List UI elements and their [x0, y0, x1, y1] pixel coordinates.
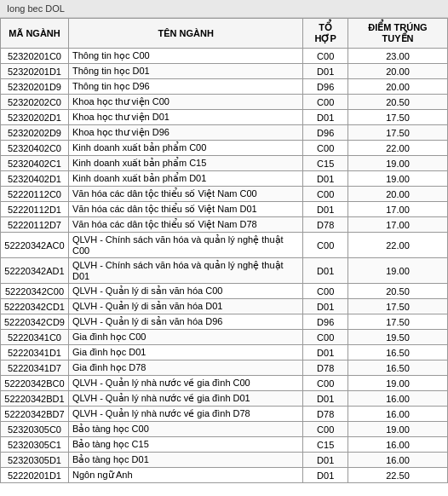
header-bar: Iong bec DOL [0, 0, 448, 18]
cell-17-2: C00 [303, 330, 348, 345]
col-header-ten-nganh: TÊN NGÀNH [68, 19, 302, 49]
cell-6-0: 52320402C0 [1, 141, 69, 156]
cell-19-1: Gia đình học D78 [68, 360, 302, 376]
cell-17-3: 19.50 [348, 330, 448, 345]
cell-17-1: Gia đình học C00 [68, 330, 302, 345]
cell-11-1: Văn hóa các dân tộc thiểu số Việt Nam D7… [68, 217, 302, 233]
cell-26-3: 22.50 [348, 468, 448, 483]
table-row: 52220341D7Gia đình học D78D7816.50 [1, 360, 448, 376]
cell-14-3: 20.50 [348, 284, 448, 299]
cell-0-1: Thông tin học C00 [68, 49, 302, 64]
table-row: 52220342BD1QLVH - Quản lý nhà nước về gi… [1, 391, 448, 407]
cell-14-0: 52220342C00 [1, 284, 69, 299]
cell-10-1: Văn hóa các dân tộc thiểu số Việt Nam D0… [68, 202, 302, 217]
cell-7-2: C15 [303, 156, 348, 171]
table-row: 52320202D9Khoa học thư viện D96D9617.50 [1, 125, 448, 141]
cell-18-0: 52220341D1 [1, 345, 69, 360]
table-row: 52220112D1Văn hóa các dân tộc thiểu số V… [1, 202, 448, 217]
cell-18-2: D01 [303, 345, 348, 360]
cell-20-0: 52220342BC0 [1, 376, 69, 391]
cell-15-0: 52220342CD1 [1, 299, 69, 314]
cell-6-3: 22.00 [348, 141, 448, 156]
cell-23-0: 52320305C0 [1, 422, 69, 437]
table-row: 52220342AD1QLVH - Chính sách văn hóa và … [1, 258, 448, 284]
cell-7-3: 19.00 [348, 156, 448, 171]
table-row: 52320201C0Thông tin học C00C0023.00 [1, 49, 448, 64]
table-row: 52220201D1Ngôn ngữ AnhD0122.50 [1, 468, 448, 483]
cell-16-1: QLVH - Quản lý di sản văn hóa D96 [68, 314, 302, 330]
cell-26-2: D01 [303, 468, 348, 483]
cell-3-1: Khoa học thư viện C00 [68, 95, 302, 110]
table-row: 52320201D1Thông tin học D01D0120.00 [1, 64, 448, 79]
cell-2-1: Thông tin học D96 [68, 79, 302, 95]
table-row: 52220342C00QLVH - Quản lý di sản văn hóa… [1, 284, 448, 299]
cell-6-2: C00 [303, 141, 348, 156]
cell-22-0: 52220342BD7 [1, 407, 69, 422]
cell-9-1: Văn hóa các dân tộc thiểu số Việt Nam C0… [68, 187, 302, 202]
cell-9-2: C00 [303, 187, 348, 202]
cell-26-0: 52220201D1 [1, 468, 69, 483]
cell-19-3: 16.50 [348, 360, 448, 376]
cell-16-3: 17.50 [348, 314, 448, 330]
col-header-diem: ĐIỂM TRÚNG TUYỂN [348, 19, 448, 49]
table-row: 52320305C0Bảo tàng học C00C0019.00 [1, 422, 448, 437]
col-header-ma-nganh: MÃ NGÀNH [1, 19, 69, 49]
cell-25-1: Bảo tàng học D01 [68, 453, 302, 468]
cell-20-3: 19.00 [348, 376, 448, 391]
cell-25-3: 16.00 [348, 453, 448, 468]
cell-13-3: 19.00 [348, 258, 448, 284]
table-row: 52220342BC0QLVH - Quản lý nhà nước về gi… [1, 376, 448, 391]
cell-22-3: 16.00 [348, 407, 448, 422]
cell-12-3: 22.00 [348, 233, 448, 258]
table-row: 52220112D7Văn hóa các dân tộc thiểu số V… [1, 217, 448, 233]
cell-13-1: QLVH - Chính sách văn hóa và quản lý ngh… [68, 258, 302, 284]
cell-19-2: D78 [303, 360, 348, 376]
cell-11-0: 52220112D7 [1, 217, 69, 233]
cell-22-1: QLVH - Quản lý nhà nước về gia đình D78 [68, 407, 302, 422]
cell-8-3: 19.00 [348, 171, 448, 187]
cell-7-0: 52320402C1 [1, 156, 69, 171]
table-row: 52320402C0Kinh doanh xuất bản phẩm C00C0… [1, 141, 448, 156]
cell-24-3: 16.00 [348, 437, 448, 453]
cell-19-0: 52220341D7 [1, 360, 69, 376]
cell-11-3: 17.00 [348, 217, 448, 233]
cell-1-1: Thông tin học D01 [68, 64, 302, 79]
cell-15-2: D01 [303, 299, 348, 314]
cell-24-0: 52320305C1 [1, 437, 69, 453]
cell-3-0: 52320202C0 [1, 95, 69, 110]
table-row: 52220342BD7QLVH - Quản lý nhà nước về gi… [1, 407, 448, 422]
cell-22-2: D78 [303, 407, 348, 422]
cell-1-3: 20.00 [348, 64, 448, 79]
cell-1-0: 52320201D1 [1, 64, 69, 79]
table-row: 52320201D9Thông tin học D96D9620.00 [1, 79, 448, 95]
cell-21-2: D01 [303, 391, 348, 407]
table-row: 52320202C0Khoa học thư viện C00C0020.50 [1, 95, 448, 110]
table-row: 52220342CD1QLVH - Quản lý di sản văn hóa… [1, 299, 448, 314]
cell-5-3: 17.50 [348, 125, 448, 141]
cell-24-1: Bảo tàng học C15 [68, 437, 302, 453]
cell-25-2: D01 [303, 453, 348, 468]
cell-5-1: Khoa học thư viện D96 [68, 125, 302, 141]
cell-12-0: 52220342AC0 [1, 233, 69, 258]
cell-25-0: 52320305D1 [1, 453, 69, 468]
cell-15-3: 17.50 [348, 299, 448, 314]
table-row: 52320402D1Kinh doanh xuất bản phẩm D01D0… [1, 171, 448, 187]
cell-23-2: C00 [303, 422, 348, 437]
cell-9-0: 52220112C0 [1, 187, 69, 202]
cell-9-3: 20.00 [348, 187, 448, 202]
cell-16-2: D96 [303, 314, 348, 330]
cell-12-1: QLVH - Chính sách văn hóa và quản lý ngh… [68, 233, 302, 258]
cell-5-0: 52320202D9 [1, 125, 69, 141]
table-row: 52220341C0Gia đình học C00C0019.50 [1, 330, 448, 345]
cell-10-3: 17.00 [348, 202, 448, 217]
table-header-row: MÃ NGÀNH TÊN NGÀNH TỔ HỢP ĐIỂM TRÚNG TUY… [1, 19, 448, 49]
cell-4-2: D01 [303, 110, 348, 125]
cell-3-3: 20.50 [348, 95, 448, 110]
cell-20-1: QLVH - Quản lý nhà nước về gia đình C00 [68, 376, 302, 391]
cell-13-2: D01 [303, 258, 348, 284]
cell-18-3: 16.50 [348, 345, 448, 360]
cell-21-0: 52220342BD1 [1, 391, 69, 407]
cell-4-1: Khoa học thư viện D01 [68, 110, 302, 125]
cell-15-1: QLVH - Quản lý di sản văn hóa D01 [68, 299, 302, 314]
cell-20-2: C00 [303, 376, 348, 391]
